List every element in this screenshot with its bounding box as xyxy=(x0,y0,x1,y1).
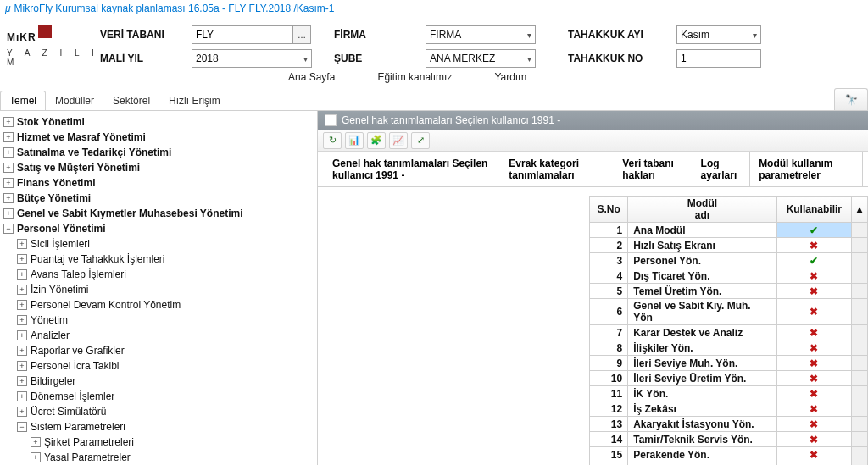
expand-icon[interactable]: + xyxy=(3,132,14,142)
cell-kullanabilir[interactable] xyxy=(776,447,851,462)
inner-tab-log[interactable]: Log ayarları xyxy=(692,152,750,186)
inner-tab-modul[interactable]: Modül kullanım parametreler xyxy=(749,152,863,186)
inner-tab-evrak[interactable]: Evrak kategori tanımlamaları xyxy=(499,152,613,186)
table-row[interactable]: 12İş Zekâsı xyxy=(590,401,868,417)
cell-kullanabilir[interactable] xyxy=(776,417,851,432)
toolbar-btn-1[interactable]: ↻ xyxy=(323,132,342,149)
table-row[interactable]: 1Ana Modül xyxy=(590,223,868,238)
table-row[interactable]: 14Tamir/Teknik Servis Yön. xyxy=(590,432,868,447)
expand-icon[interactable]: + xyxy=(17,407,27,417)
scrollbar-track[interactable] xyxy=(851,462,867,466)
expand-icon[interactable]: + xyxy=(3,193,14,203)
expand-icon[interactable]: + xyxy=(17,285,27,295)
veri-tabani-input[interactable] xyxy=(192,25,293,44)
table-row[interactable]: 11İK Yön. xyxy=(590,386,868,401)
tree-hizmet[interactable]: Hizmet ve Masraf Yönetimi xyxy=(17,131,146,143)
cell-kullanabilir[interactable] xyxy=(776,386,851,401)
cell-kullanabilir[interactable] xyxy=(776,268,851,284)
tree-devam[interactable]: Personel Devam Kontrol Yönetim xyxy=(31,299,181,311)
table-row[interactable]: 16Perakende Satış Nokt. Yön. xyxy=(590,462,868,466)
tree-satinalma[interactable]: Satınalma ve Tedarikçi Yönetimi xyxy=(17,147,171,158)
cell-kullanabilir[interactable] xyxy=(776,284,851,299)
expand-icon[interactable]: + xyxy=(3,208,14,219)
table-row[interactable]: 4Dış Ticaret Yön. xyxy=(590,268,868,284)
expand-icon[interactable]: + xyxy=(17,254,27,264)
cell-kullanabilir[interactable] xyxy=(776,325,851,340)
link-yardim[interactable]: Yardım xyxy=(494,71,526,83)
expand-icon[interactable]: + xyxy=(3,117,14,127)
modul-grid[interactable]: S.No Modüladı Kullanabilir ▴ 1Ana Modül2… xyxy=(589,196,868,465)
tree-raporlar[interactable]: Raporlar ve Grafikler xyxy=(31,345,125,357)
tree-yasal[interactable]: Yasal Parametreler xyxy=(44,451,131,463)
tree-puantaj[interactable]: Puantaj ve Tahakkuk İşlemleri xyxy=(31,253,165,265)
tahakkuk-ayi-combo[interactable]: Kasım ▾ xyxy=(676,25,761,44)
cell-kullanabilir[interactable] xyxy=(776,401,851,417)
toolbar-btn-4[interactable]: 📈 xyxy=(389,132,408,149)
scrollbar-track[interactable] xyxy=(851,325,867,340)
veri-tabani-lookup-button[interactable]: … xyxy=(292,25,311,44)
scrollbar-track[interactable] xyxy=(851,299,867,325)
tree-finans[interactable]: Finans Yönetimi xyxy=(17,177,95,189)
col-sno[interactable]: S.No xyxy=(590,197,628,223)
expand-icon[interactable]: + xyxy=(31,452,41,462)
tree-icra[interactable]: Personel İcra Takibi xyxy=(31,360,120,372)
firma-combo[interactable]: FIRMA ▾ xyxy=(426,25,536,44)
toolbar-btn-2[interactable]: 📊 xyxy=(345,132,364,149)
collapse-icon[interactable]: − xyxy=(3,224,14,234)
nav-tree[interactable]: +Stok Yönetimi +Hizmet ve Masraf Yönetim… xyxy=(0,111,318,465)
tree-izin[interactable]: İzin Yönetimi xyxy=(31,284,88,296)
expand-icon[interactable]: + xyxy=(17,239,27,249)
tree-donemsel[interactable]: Dönemsel İşlemler xyxy=(31,390,114,402)
scrollbar-track[interactable] xyxy=(851,417,867,432)
tab-hizli-erisim[interactable]: Hızlı Erişim xyxy=(159,91,230,110)
col-modul[interactable]: Modüladı xyxy=(628,197,776,223)
expand-icon[interactable]: + xyxy=(31,437,41,447)
tree-personel[interactable]: Personel Yönetimi xyxy=(17,223,105,235)
tree-genel-sabit[interactable]: Genel ve Sabit Kıymetler Muhasebesi Yöne… xyxy=(17,208,243,219)
table-row[interactable]: 13Akaryakıt İstasyonu Yön. xyxy=(590,417,868,432)
link-ana-sayfa[interactable]: Ana Sayfa xyxy=(288,71,335,83)
inner-tab-genel[interactable]: Genel hak tanımlamaları Seçilen kullanıc… xyxy=(323,152,499,186)
scrollbar-track[interactable] xyxy=(851,401,867,417)
table-row[interactable]: 7Karar Destek ve Analiz xyxy=(590,325,868,340)
expand-icon[interactable]: + xyxy=(17,315,27,325)
mali-yil-combo[interactable]: 2018 ▾ xyxy=(192,49,312,68)
tree-avans[interactable]: Avans Talep İşlemleri xyxy=(31,268,126,280)
expand-icon[interactable]: + xyxy=(17,330,27,340)
table-row[interactable]: 5Temel Üretim Yön. xyxy=(590,284,868,299)
sube-combo[interactable]: ANA MERKEZ ▾ xyxy=(426,49,536,68)
table-row[interactable]: 2Hızlı Satış Ekranı xyxy=(590,238,868,253)
tab-moduller[interactable]: Modüller xyxy=(46,91,103,110)
expand-icon[interactable]: + xyxy=(17,376,27,386)
binoculars-button[interactable]: 🔭 xyxy=(834,88,868,110)
expand-icon[interactable]: + xyxy=(17,346,27,356)
expand-icon[interactable]: + xyxy=(3,178,14,188)
scrollbar-track[interactable] xyxy=(851,447,867,462)
cell-kullanabilir[interactable] xyxy=(776,223,851,238)
cell-kullanabilir[interactable] xyxy=(776,299,851,325)
expand-icon[interactable]: + xyxy=(17,269,27,280)
scrollbar-track[interactable] xyxy=(851,356,867,371)
tree-analizler[interactable]: Analizler xyxy=(31,329,70,341)
scrollbar-track[interactable] xyxy=(851,238,867,253)
scrollbar-track[interactable] xyxy=(851,432,867,447)
expand-icon[interactable]: + xyxy=(17,361,27,371)
tree-ucret[interactable]: Ücret Simülatörü xyxy=(31,406,106,418)
tree-sicil[interactable]: Sicil İşlemleri xyxy=(31,238,90,250)
collapse-icon[interactable]: − xyxy=(17,422,27,432)
tree-stok[interactable]: Stok Yönetimi xyxy=(17,116,85,128)
table-row[interactable]: 9İleri Seviye Muh. Yön. xyxy=(590,356,868,371)
tree-sistem[interactable]: Sistem Parametreleri xyxy=(31,421,125,433)
link-egitim[interactable]: Eğitim kanalımız xyxy=(377,71,452,83)
scrollbar-track[interactable] xyxy=(851,371,867,386)
toolbar-btn-5[interactable]: ⤢ xyxy=(411,132,430,149)
scrollbar-track[interactable] xyxy=(851,340,867,356)
cell-kullanabilir[interactable] xyxy=(776,238,851,253)
expand-icon[interactable]: + xyxy=(3,163,14,173)
table-row[interactable]: 3Personel Yön. xyxy=(590,253,868,268)
tab-temel[interactable]: Temel xyxy=(0,91,46,110)
cell-kullanabilir[interactable] xyxy=(776,340,851,356)
tree-yonetim[interactable]: Yönetim xyxy=(31,314,68,326)
scrollbar-track[interactable] xyxy=(851,223,867,238)
inner-tab-veritabani[interactable]: Veri tabanı hakları xyxy=(613,152,691,186)
